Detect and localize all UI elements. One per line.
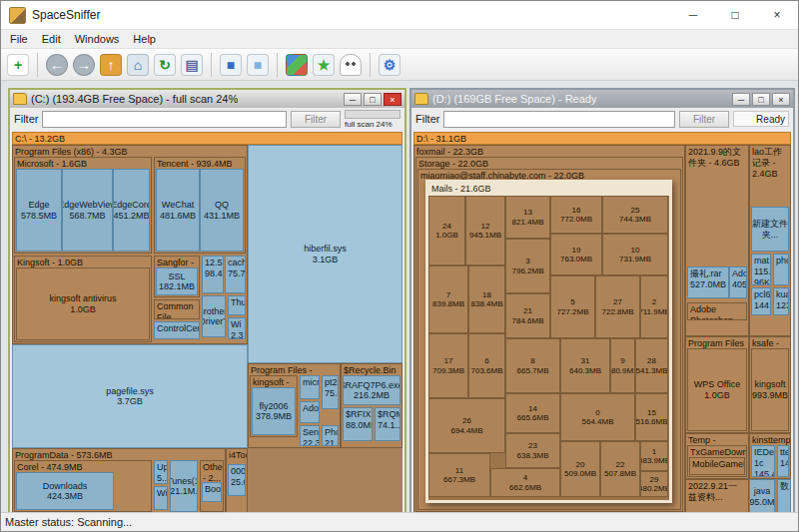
treemap-file-block[interactable]: $RAFQ7P6.exe 216.2MB (343, 375, 400, 405)
treemap-mail-folder[interactable]: 1 483.9MB (640, 441, 668, 471)
filter-button[interactable]: Filter (679, 111, 729, 128)
treemap-mail-folder[interactable]: 19 763.0MB (550, 234, 602, 275)
treemap-folder[interactable]: kingsoft antivirus 1.0GB (16, 267, 150, 340)
treemap-file-block[interactable]: IEDe 1c 145.4... (751, 445, 775, 477)
drive-c-window[interactable]: (C:) (193.4GB Free Space) - full scan 24… (8, 88, 406, 512)
treemap-file-block[interactable]: micros... (300, 375, 320, 399)
treemap-file-block[interactable]: 数... (777, 479, 791, 512)
child-minimize-button[interactable]: ─ (344, 93, 362, 106)
drive-d-window[interactable]: (D:) (169GB Free Space) - Ready ─ □ × Fi… (409, 88, 795, 512)
treemap-file-block[interactable]: $RFIX... 88.0MB (343, 407, 373, 441)
treemap-mail-folder[interactable]: 17 709.3MB (428, 333, 468, 398)
treemap-root-header[interactable]: D:\ - 31.1GB (413, 132, 791, 145)
ghost-filter-button[interactable] (339, 53, 363, 77)
treemap-folder[interactable]: Adobe Photoshop CS... (687, 302, 747, 320)
treemap-file-block[interactable]: mat 115.8 96K (751, 254, 771, 285)
menu-help[interactable]: Help (126, 32, 163, 46)
treemap-mail-folder[interactable]: 8 665.7MB (505, 338, 560, 393)
drive-d-title-bar[interactable]: (D:) (169GB Free Space) - Ready ─ □ × (411, 90, 793, 108)
treemap-mail-folder[interactable]: 9 580.9MB (610, 338, 635, 393)
rescan-button[interactable]: ↻ (153, 53, 177, 77)
treemap-folder[interactable]: Common File... (154, 299, 200, 319)
treemap-mail-folder[interactable]: 23 638.3MB (505, 433, 560, 468)
treemap-mail-folder[interactable]: 31 640.3MB (560, 338, 610, 393)
treemap-mail-folder[interactable]: 11 667.3MB (428, 453, 490, 497)
treemap-file-block[interactable]: Adobe... (300, 401, 320, 423)
treemap-mail-folder[interactable]: 10 731.9MB (602, 234, 668, 275)
treemap-folder[interactable]: WPS Office 1.0GB (687, 348, 747, 431)
treemap-file-block[interactable]: Sense 22.3M (300, 425, 320, 446)
treemap-file-block[interactable]: java 95.0M (749, 479, 775, 512)
treemap-file-block[interactable]: EdgeWebView 568.7MB (62, 169, 113, 252)
treemap-file-block[interactable]: kuaiz 123... (773, 287, 789, 315)
filter-input[interactable] (42, 111, 287, 128)
child-close-button[interactable]: × (384, 93, 401, 106)
treemap-folder[interactable]: MobileGamePCSh... (689, 457, 745, 475)
treemap-file-block[interactable]: Edge 578.5MB (16, 169, 62, 252)
treemap-folder[interactable]: kingsoft 993.9MB (751, 348, 789, 431)
treemap-mail-folder[interactable]: 21 784.6MB (505, 293, 550, 338)
treemap-mail-folder[interactable]: 7 839.8MB (428, 266, 468, 333)
treemap-mail-folder[interactable]: 15 516.6MB (635, 393, 668, 441)
treemap-file-block[interactable]: WeChat 481.6MB (156, 169, 200, 252)
child-close-button[interactable]: × (772, 93, 790, 106)
home-button[interactable]: ⌂ (126, 53, 150, 77)
treemap-root-header[interactable]: C:\ - 13.2GB (12, 132, 402, 145)
treemap-file-block[interactable]: cach 75.7M (225, 256, 246, 293)
treemap-mail-folder[interactable]: 26 694.4MB (428, 398, 505, 453)
treemap-file-block[interactable]: fly2006 378.9MB (252, 387, 296, 435)
menu-windows[interactable]: Windows (68, 32, 127, 46)
treemap-mail-folder[interactable]: 6 703.6MB (468, 333, 505, 398)
new-scan-button[interactable]: + (6, 53, 30, 77)
treemap-file-block[interactable]: iTunes(1) 121.1M... (170, 460, 198, 512)
filter-button[interactable]: Filter (291, 111, 341, 128)
child-maximize-button[interactable]: □ (364, 93, 382, 106)
child-restore-button[interactable]: □ (752, 93, 770, 106)
treemap-file-block[interactable]: 0002 25.0... (228, 464, 246, 496)
treemap-file-block[interactable]: Wi 2.3 (228, 317, 246, 339)
export-button[interactable]: ▤ (180, 53, 204, 77)
treemap-mail-folder[interactable]: 12 945.1MB (465, 196, 505, 266)
treemap-file-block[interactable]: Brother- DriverT (202, 295, 226, 337)
treemap-file-block[interactable]: Adobe 405MB (729, 266, 747, 298)
maximize-button[interactable]: □ (714, 1, 756, 29)
treemap-mail-folder[interactable]: 24 1.0GB (428, 196, 465, 266)
treemap-mail-folder[interactable]: 22 507.8MB (600, 441, 640, 497)
treemap-mail-folder[interactable]: 5 727.2MB (550, 275, 595, 338)
treemap-mail-folder[interactable]: 13 821.4MB (505, 196, 550, 239)
treemap-mail-folder[interactable]: 20 509.0MB (560, 441, 600, 497)
treemap-file-block[interactable]: pcl64 144.3... (751, 287, 771, 315)
treemap-file-block[interactable]: Thunder... (228, 295, 246, 315)
treemap-mail-folder[interactable]: 25 744.3MB (602, 196, 668, 234)
treemap-mail-folder[interactable]: 16 772.0MB (550, 196, 602, 234)
less-detail-button[interactable]: ■ (219, 53, 243, 77)
treemap-file-block[interactable]: Up 5... (154, 460, 168, 484)
treemap-file-block[interactable]: pt25 75.4... (322, 375, 339, 409)
minimize-button[interactable]: ─ (672, 1, 714, 29)
treemap-file-block[interactable]: QQ 431.1MB (200, 169, 244, 252)
child-minimize-button[interactable]: ─ (732, 93, 750, 106)
configuration-button[interactable]: ⚙ (378, 53, 401, 77)
menu-edit[interactable]: Edit (35, 32, 68, 46)
drive-c-title-bar[interactable]: (C:) (193.4GB Free Space) - full scan 24… (10, 90, 404, 108)
menu-file[interactable]: File (3, 32, 35, 46)
treemap-mail-folder[interactable]: 0 564.4MB (560, 393, 635, 441)
treemap-file-block[interactable]: EdgeCore 451.2MB (113, 169, 150, 252)
treemap-file-block[interactable]: 新建文件夹... (751, 207, 789, 252)
treemap-mail-folder[interactable]: 14 665.6MB (505, 393, 560, 433)
filter-input[interactable] (443, 111, 675, 128)
treemap-folder[interactable]: 2022.9.21一益资料... (685, 479, 749, 512)
treemap-mail-folder[interactable]: 28 541.3MB (635, 338, 668, 393)
treemap-file-block[interactable]: Boo... (202, 482, 222, 502)
treemap-mail-folder[interactable]: 3 796.2MB (505, 239, 550, 293)
close-button[interactable]: × (756, 1, 798, 29)
treemap-file-block[interactable]: 12.5.0 98.4M (202, 256, 224, 293)
treemap-mail-folder[interactable]: 18 838.4MB (468, 266, 505, 333)
treemap-file-block[interactable]: hiberfil.sys 3.1GB (248, 145, 402, 363)
filter-star-button[interactable]: ★ (312, 53, 336, 77)
treemap-file-block[interactable]: Pho 21.8M (322, 425, 339, 446)
treemap-file-block[interactable]: Downloads 424.3MB (16, 472, 114, 510)
treemap-file-block[interactable]: pagefile.sys 3.7GB (12, 344, 248, 448)
treemap-file-block[interactable]: photoshop... (773, 254, 789, 285)
more-detail-button[interactable]: ■ (246, 53, 270, 77)
